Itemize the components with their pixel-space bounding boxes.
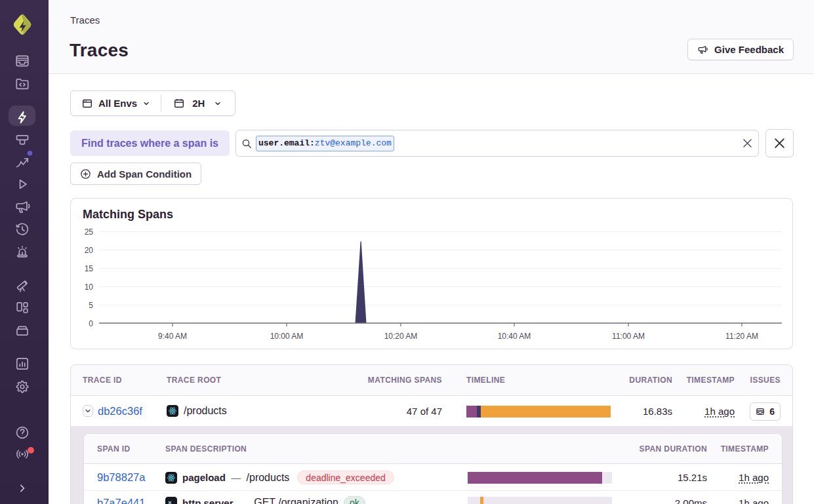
svg-text:9:40 AM: 9:40 AM xyxy=(158,332,187,341)
svg-text:10: 10 xyxy=(85,282,94,292)
svg-text:15: 15 xyxy=(85,264,94,273)
svg-text:11:00 AM: 11:00 AM xyxy=(612,332,645,341)
svg-text:5: 5 xyxy=(89,301,93,310)
svg-text:0: 0 xyxy=(89,319,93,328)
svg-text:20: 20 xyxy=(85,246,94,255)
svg-text:10:00 AM: 10:00 AM xyxy=(270,332,304,341)
svg-text:10:20 AM: 10:20 AM xyxy=(384,332,418,341)
svg-text:10:40 AM: 10:40 AM xyxy=(498,332,531,341)
svg-text:25: 25 xyxy=(85,227,94,237)
svg-text:11:20 AM: 11:20 AM xyxy=(725,332,758,341)
